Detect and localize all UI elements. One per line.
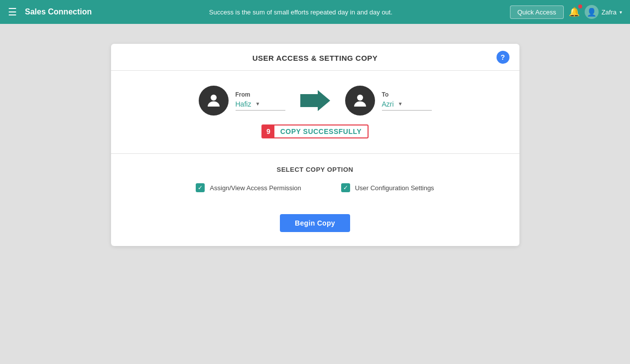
user-section: From Hafiz ▼ [111, 71, 519, 154]
from-user-block: From Hafiz ▼ [199, 86, 285, 116]
option1-label: Assign/View Access Permission [210, 184, 301, 192]
user-name: Zafra [602, 8, 617, 16]
to-select-group: To Azri ▼ [382, 91, 432, 111]
copy-success-badge: 9 COPY SUCCESSFULLY [261, 124, 369, 138]
to-avatar [345, 86, 375, 116]
card-footer: Begin Copy [111, 204, 519, 246]
svg-marker-1 [300, 90, 330, 111]
bell-container: 🔔 [569, 6, 580, 17]
option-1: ✓ Assign/View Access Permission [196, 183, 301, 192]
badge-text: COPY SUCCESSFULLY [274, 125, 368, 137]
to-value: Azri [382, 100, 394, 108]
user-menu[interactable]: 👤 Zafra ▾ [585, 5, 622, 19]
header-right: Quick Access 🔔 👤 Zafra ▾ [510, 5, 622, 19]
from-value: Hafiz [236, 100, 252, 108]
user-row: From Hafiz ▼ [131, 86, 500, 116]
from-avatar [199, 86, 229, 116]
avatar: 👤 [585, 5, 599, 19]
card: USER ACCESS & SETTING COPY ? From [111, 44, 519, 246]
option1-checkbox[interactable]: ✓ [196, 183, 205, 192]
options-section: SELECT COPY OPTION ✓ Assign/View Access … [111, 154, 519, 204]
menu-icon[interactable]: ☰ [8, 6, 17, 18]
to-user-block: To Azri ▼ [345, 86, 432, 116]
options-title: SELECT COPY OPTION [131, 166, 500, 173]
bell-icon[interactable]: 🔔 [569, 7, 580, 17]
option2-label: User Configuration Settings [355, 184, 434, 192]
from-dropdown-arrow-icon: ▼ [255, 101, 260, 107]
app-logo: Sales Connection [25, 7, 92, 16]
from-select-group: From Hafiz ▼ [236, 91, 285, 111]
arrow-right-icon [300, 88, 330, 113]
options-row: ✓ Assign/View Access Permission ✓ User C… [131, 183, 500, 192]
option2-checkbox[interactable]: ✓ [341, 183, 350, 192]
to-dropdown[interactable]: Azri ▼ [382, 100, 432, 111]
card-title: USER ACCESS & SETTING COPY [252, 54, 378, 62]
svg-point-2 [357, 95, 363, 101]
help-icon[interactable]: ? [497, 51, 509, 64]
notification-badge [578, 4, 582, 8]
header-tagline: Success is the sum of small efforts repe… [100, 8, 502, 16]
option-2: ✓ User Configuration Settings [341, 183, 434, 192]
quick-access-button[interactable]: Quick Access [510, 5, 564, 19]
from-label: From [236, 91, 285, 98]
to-label: To [382, 91, 432, 98]
chevron-down-icon: ▾ [620, 9, 622, 15]
header: ☰ Sales Connection Success is the sum of… [0, 0, 630, 24]
copy-result-area: 9 COPY SUCCESSFULLY [131, 124, 500, 138]
begin-copy-button[interactable]: Begin Copy [280, 214, 350, 232]
from-dropdown[interactable]: Hafiz ▼ [236, 100, 285, 111]
badge-number: 9 [262, 125, 274, 137]
main-content: USER ACCESS & SETTING COPY ? From [0, 24, 630, 364]
svg-point-0 [211, 95, 217, 101]
to-dropdown-arrow-icon: ▼ [398, 101, 403, 107]
card-header: USER ACCESS & SETTING COPY ? [111, 44, 519, 71]
